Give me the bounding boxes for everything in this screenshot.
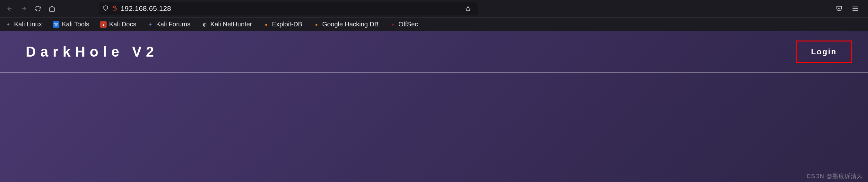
- bookmarks-bar: ✦ Kali Linux ⚒ Kali Tools ⬥ Kali Docs ✈ …: [0, 17, 868, 31]
- page-header: DarkHole V2 Login: [0, 31, 868, 73]
- offsec-icon: ♠: [390, 21, 396, 28]
- bookmark-offsec[interactable]: ♠ OffSec: [388, 19, 420, 29]
- bookmark-exploit-db[interactable]: ● Exploit-DB: [261, 19, 304, 29]
- bookmark-google-hacking-db[interactable]: ● Google Hacking DB: [311, 19, 381, 29]
- hamburger-menu-icon[interactable]: [849, 3, 861, 15]
- tools-icon: ⚒: [53, 21, 59, 28]
- bookmark-kali-docs[interactable]: ⬥ Kali Docs: [98, 19, 138, 29]
- bookmark-label: Google Hacking DB: [322, 21, 379, 28]
- home-button[interactable]: [46, 3, 58, 15]
- bookmark-kali-linux[interactable]: ✦ Kali Linux: [3, 19, 44, 29]
- bookmark-star-icon[interactable]: [462, 3, 474, 15]
- ghdb-icon: ●: [313, 21, 320, 28]
- bookmark-label: Kali Linux: [14, 21, 42, 28]
- url-bar[interactable]: 192.168.65.128: [99, 2, 478, 15]
- docs-icon: ⬥: [100, 21, 106, 28]
- bookmark-label: Exploit-DB: [272, 21, 302, 28]
- bookmark-label: Kali NetHunter: [210, 21, 252, 28]
- lock-insecure-icon: [112, 5, 118, 12]
- dragon-icon: ✦: [5, 21, 11, 28]
- exploit-icon: ●: [263, 21, 269, 28]
- url-text: 192.168.65.128: [121, 4, 171, 13]
- login-button[interactable]: Login: [796, 41, 852, 63]
- forward-button[interactable]: [18, 3, 30, 15]
- svg-marker-2: [466, 6, 471, 11]
- watermark: CSDN @墨痕诉清风: [807, 172, 863, 180]
- reload-button[interactable]: [32, 3, 44, 15]
- bookmark-kali-forums[interactable]: ✈ Kali Forums: [145, 19, 192, 29]
- bookmark-label: Kali Docs: [109, 21, 136, 28]
- browser-toolbar: 192.168.65.128: [0, 0, 868, 17]
- nethunter-icon: ◐: [201, 21, 208, 28]
- bookmark-label: OffSec: [398, 21, 418, 28]
- site-title: DarkHole V2: [26, 44, 158, 60]
- bookmark-kali-nethunter[interactable]: ◐ Kali NetHunter: [199, 19, 254, 29]
- shield-icon: [103, 5, 108, 12]
- page-content: DarkHole V2 Login: [0, 31, 868, 182]
- bookmark-label: Kali Forums: [156, 21, 190, 28]
- pocket-icon[interactable]: [833, 3, 845, 15]
- bookmark-kali-tools[interactable]: ⚒ Kali Tools: [51, 19, 91, 29]
- bookmark-label: Kali Tools: [62, 21, 89, 28]
- forums-icon: ✈: [147, 21, 153, 28]
- back-button[interactable]: [4, 3, 16, 15]
